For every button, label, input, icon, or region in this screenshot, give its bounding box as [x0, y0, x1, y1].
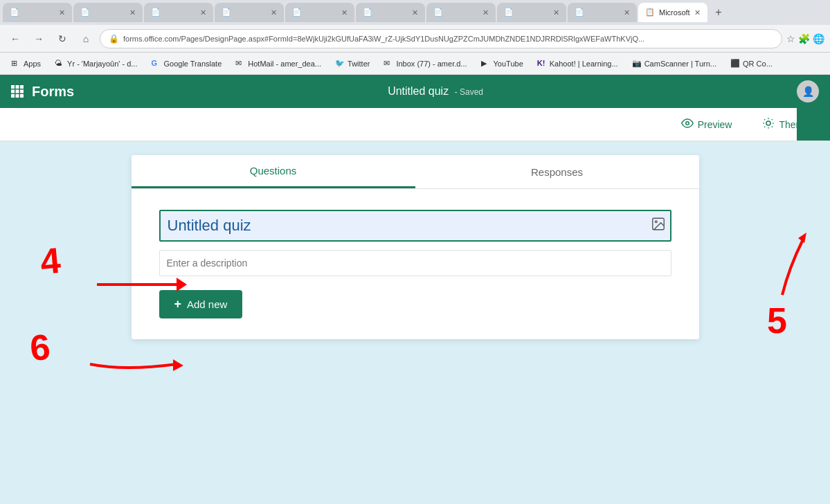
- browser-tab-3[interactable]: 📄 ✕: [144, 3, 213, 22]
- bookmark-favicon-apps: ⊞: [11, 59, 21, 69]
- preview-label: Preview: [698, 119, 732, 130]
- svg-marker-17: [173, 359, 183, 371]
- browser-tab-10[interactable]: 📋 Microsoft ✕: [638, 3, 707, 22]
- tab-questions[interactable]: Questions: [132, 155, 415, 188]
- svg-point-12: [655, 221, 657, 223]
- tab-close-3[interactable]: ✕: [200, 8, 206, 17]
- tab-favicon-9: 📄: [575, 8, 584, 17]
- bookmarks-bar: ⊞ Apps 🌤 Yr - 'Marjayoûn' - d... G Googl…: [0, 53, 830, 75]
- bookmark-label-qr: QR Co...: [743, 60, 773, 68]
- extensions-icon[interactable]: 🧩: [798, 33, 810, 44]
- bookmark-twitter[interactable]: 🐦 Twitter: [330, 57, 375, 71]
- bookmark-kahoot[interactable]: K! Kahoot! | Learning...: [532, 57, 624, 71]
- form-body: + Add new: [132, 189, 699, 339]
- new-tab-button[interactable]: +: [709, 3, 728, 22]
- forms-logo: Forms: [32, 84, 74, 100]
- bookmark-label-apps: Apps: [24, 60, 41, 68]
- browser-tab-5[interactable]: 📄 ✕: [285, 3, 354, 22]
- svg-point-9: [685, 122, 689, 125]
- svg-rect-6: [11, 94, 15, 98]
- tab-close-6[interactable]: ✕: [412, 8, 418, 17]
- preview-button[interactable]: Preview: [671, 113, 742, 136]
- svg-rect-3: [11, 90, 15, 93]
- bookmark-favicon-qr: ⬛: [730, 59, 740, 69]
- address-text: forms.office.com/Pages/DesignPage.aspx#F…: [123, 35, 644, 43]
- bookmark-youtube[interactable]: ▶ YouTube: [476, 57, 529, 71]
- tab-close-2[interactable]: ✕: [129, 8, 136, 17]
- add-new-label: Add new: [187, 298, 227, 310]
- quiz-description-input[interactable]: [159, 250, 671, 276]
- title-input-wrapper: [159, 210, 671, 242]
- theme-accent-bar: [797, 108, 830, 141]
- theme-icon: [762, 117, 775, 132]
- svg-rect-2: [20, 85, 24, 89]
- tab-close-10[interactable]: ✕: [694, 8, 701, 17]
- plus-icon: +: [174, 297, 182, 312]
- quiz-title-text: Untitled quiz: [388, 85, 449, 97]
- address-bar[interactable]: 🔒 forms.office.com/Pages/DesignPage.aspx…: [100, 29, 782, 48]
- user-area: 👤: [797, 80, 819, 102]
- tab-close-9[interactable]: ✕: [624, 8, 630, 17]
- tab-close-1[interactable]: ✕: [59, 8, 65, 17]
- bookmark-favicon-hotmail: ✉: [235, 59, 245, 69]
- title-image-button[interactable]: [651, 217, 666, 235]
- browser-tab-6[interactable]: 📄 ✕: [356, 3, 425, 22]
- bookmark-hotmail[interactable]: ✉ HotMail - amer_dea...: [230, 57, 327, 71]
- tab-close-4[interactable]: ✕: [271, 8, 277, 17]
- refresh-button[interactable]: ↻: [53, 29, 72, 48]
- bookmark-favicon-kahoot: K!: [537, 59, 547, 69]
- bookmark-inbox[interactable]: ✉ Inbox (77) - amer.d...: [378, 57, 472, 71]
- tab-favicon-5: 📄: [292, 8, 302, 17]
- tab-favicon-8: 📄: [504, 8, 514, 17]
- svg-marker-19: [798, 233, 806, 243]
- bookmark-favicon-inbox: ✉: [384, 59, 393, 69]
- svg-rect-5: [20, 90, 24, 93]
- tab-favicon-1: 📄: [10, 8, 19, 17]
- browser-tab-7[interactable]: 📄 ✕: [426, 3, 496, 22]
- browser-tab-1[interactable]: 📄 ✕: [3, 3, 72, 22]
- bookmark-label-youtube: YouTube: [494, 60, 523, 68]
- saved-indicator: - Saved: [455, 87, 483, 97]
- tab-close-8[interactable]: ✕: [553, 8, 559, 17]
- forms-title-bar: Untitled quiz - Saved: [82, 85, 788, 98]
- home-button[interactable]: ⌂: [76, 29, 96, 48]
- browser-tab-9[interactable]: 📄 ✕: [568, 3, 637, 22]
- svg-rect-4: [16, 90, 19, 93]
- tab-favicon-7: 📄: [433, 8, 443, 17]
- bookmark-label-twitter: Twitter: [348, 60, 370, 68]
- bookmark-label-hotmail: HotMail - amer_dea...: [248, 60, 321, 68]
- svg-text:4: 4: [39, 240, 62, 282]
- bookmark-star-icon[interactable]: ☆: [786, 33, 795, 44]
- lock-icon: 🔒: [109, 34, 119, 44]
- quiz-title-input[interactable]: [159, 210, 671, 242]
- grid-menu-icon[interactable]: [11, 85, 24, 98]
- bookmark-camscanner[interactable]: 📷 CamScanner | Turn...: [626, 57, 722, 71]
- tab-close-7[interactable]: ✕: [482, 8, 489, 17]
- forms-app-bar: Forms Untitled quiz - Saved 👤: [0, 75, 830, 108]
- form-panel: Questions Responses + Add new: [132, 155, 699, 339]
- bookmark-apps[interactable]: ⊞ Apps: [6, 57, 46, 71]
- tab-close-5[interactable]: ✕: [341, 8, 348, 17]
- main-content-area: Questions Responses + Add new: [0, 141, 830, 504]
- back-button[interactable]: ←: [6, 29, 25, 48]
- edge-icon[interactable]: 🌐: [813, 33, 824, 44]
- address-bar-row: ← → ↻ ⌂ 🔒 forms.office.com/Pages/DesignP…: [0, 25, 830, 53]
- bookmark-label-inbox: Inbox (77) - amer.d...: [396, 60, 467, 68]
- browser-tab-4[interactable]: 📄 ✕: [215, 3, 284, 22]
- svg-point-10: [766, 121, 770, 125]
- forward-button[interactable]: →: [29, 29, 48, 48]
- tab-favicon-3: 📄: [151, 8, 161, 17]
- browser-tab-8[interactable]: 📄 ✕: [497, 3, 566, 22]
- user-avatar[interactable]: 👤: [797, 80, 819, 102]
- bookmark-label-kahoot: Kahoot! | Learning...: [550, 60, 618, 68]
- tab-responses[interactable]: Responses: [415, 155, 699, 188]
- tab-title-10: Microsoft: [659, 8, 690, 17]
- bookmark-yr[interactable]: 🌤 Yr - 'Marjayoûn' - d...: [49, 57, 143, 71]
- bookmark-favicon-yr: 🌤: [55, 59, 64, 69]
- browser-tab-2[interactable]: 📄 ✕: [73, 3, 143, 22]
- bookmark-translate[interactable]: G Google Translate: [145, 57, 227, 71]
- address-icons: ☆ 🧩 🌐: [786, 33, 824, 44]
- tab-bar: 📄 ✕ 📄 ✕ 📄 ✕ 📄 ✕ 📄 ✕ 📄 ✕: [0, 0, 830, 25]
- bookmark-qr[interactable]: ⬛ QR Co...: [725, 57, 778, 71]
- add-new-button[interactable]: + Add new: [159, 290, 243, 318]
